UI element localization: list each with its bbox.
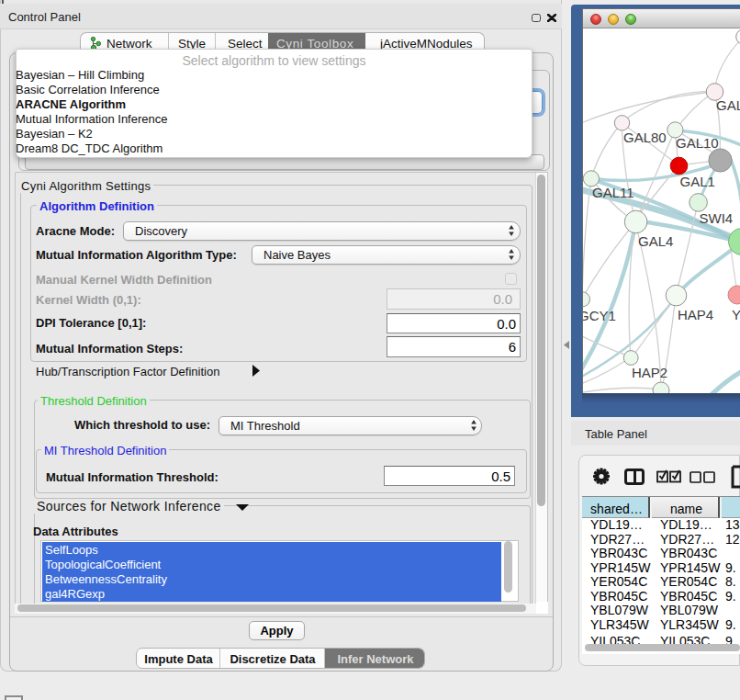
svg-text:HAP4: HAP4 [678,307,713,322]
svg-text:HAP2: HAP2 [632,365,667,380]
svg-text:GAL1: GAL1 [680,174,715,189]
svg-text:GAL80: GAL80 [623,130,667,145]
svg-text:GCY1: GCY1 [583,308,616,323]
svg-text:Y: Y [732,307,740,322]
svg-text:GAL: GAL [716,97,740,113]
svg-text:GAL4: GAL4 [638,233,673,249]
svg-text:GAL11: GAL11 [592,185,634,200]
svg-text:SWI4: SWI4 [700,210,734,226]
svg-text:GAL10: GAL10 [676,135,719,151]
